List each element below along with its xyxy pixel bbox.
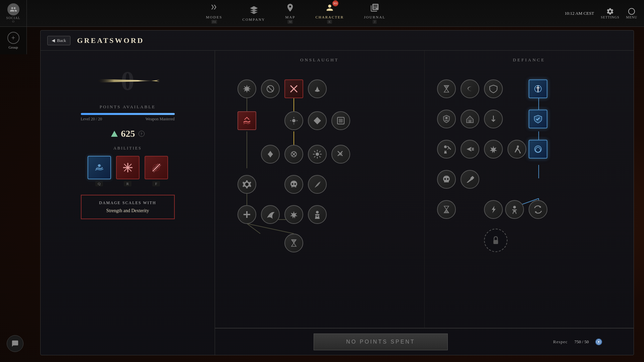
skill-node-o7[interactable] <box>308 111 327 130</box>
nav-item-character[interactable]: 301 CHARACTER K <box>315 3 344 24</box>
damage-scales-box: DAMAGE SCALES WITH Strength and Dexterit… <box>81 195 175 219</box>
back-label: Back <box>57 38 66 43</box>
nav-item-map[interactable]: MAP M <box>285 3 296 24</box>
chat-button[interactable] <box>7 335 23 352</box>
skill-node-d12[interactable] <box>507 140 526 159</box>
skill-node-d2[interactable] <box>461 79 479 98</box>
skill-node-d8[interactable] <box>529 110 547 128</box>
respec-value: 750 / 50 <box>575 339 589 345</box>
skill-node-d5[interactable] <box>437 110 456 128</box>
group-icon: + <box>7 32 19 44</box>
skill-node-d18[interactable] <box>505 200 524 219</box>
skill-tree-area: ONSLAUGHT <box>215 51 634 355</box>
svg-line-18 <box>268 86 273 92</box>
nav-item-company[interactable]: COMPANY <box>243 5 265 21</box>
skill-node-o4[interactable] <box>308 79 327 98</box>
ability-icon-f[interactable] <box>145 156 168 179</box>
back-button[interactable]: ◀ Back <box>47 36 70 45</box>
social-key: O <box>12 20 14 23</box>
topbar-nav: MODES F4 COMPANY MAP M <box>27 0 565 26</box>
progress-bar-fill <box>81 113 175 115</box>
skill-node-o18[interactable] <box>284 205 303 224</box>
skill-node-d6[interactable] <box>461 110 479 128</box>
skill-node-d17[interactable] <box>484 200 503 219</box>
skill-node-o17[interactable] <box>261 205 280 224</box>
social-label: SOCIAL <box>6 16 20 20</box>
ability-slot-r: R <box>116 156 140 186</box>
skill-node-d9[interactable] <box>437 140 456 159</box>
svg-line-14 <box>247 224 260 234</box>
skill-node-o19[interactable] <box>308 205 327 224</box>
weapon-display: 0 <box>94 61 161 101</box>
skill-node-o13[interactable] <box>237 175 256 194</box>
skill-node-d19[interactable] <box>529 200 547 219</box>
skill-node-o15[interactable] <box>308 175 327 194</box>
respec-currency-icon <box>595 339 602 345</box>
nav-item-modes[interactable]: MODES F4 <box>206 3 222 24</box>
skill-node-d14[interactable] <box>437 170 456 189</box>
skill-node-d10[interactable] <box>461 140 479 159</box>
menu-label: MENU <box>626 15 637 19</box>
svg-point-55 <box>444 178 446 180</box>
character-badge: 301 <box>332 0 338 6</box>
skill-node-o16[interactable] <box>237 205 256 224</box>
skill-node-o20[interactable] <box>284 234 303 252</box>
character-icon: 301 <box>325 3 334 14</box>
score-triangle-icon <box>111 131 118 137</box>
svg-point-45 <box>445 117 447 119</box>
ability-key-r: R <box>124 181 131 186</box>
skill-node-d3[interactable] <box>484 79 503 98</box>
skill-node-o8[interactable] <box>331 111 350 130</box>
ability-icon-q[interactable] <box>88 156 111 179</box>
no-points-button[interactable]: NO POINTS SPENT <box>314 334 448 350</box>
onslaught-section: ONSLAUGHT <box>215 51 425 328</box>
svg-point-53 <box>517 145 519 147</box>
onslaught-nodes <box>222 69 418 333</box>
skill-node-d13[interactable] <box>529 140 547 159</box>
svg-point-56 <box>447 178 448 180</box>
skill-node-o2[interactable] <box>261 79 280 98</box>
skill-node-o14[interactable] <box>284 175 303 194</box>
svg-point-31 <box>294 183 296 185</box>
score-help-button[interactable]: ? <box>139 131 145 137</box>
defiance-section: DEFIANCE <box>425 51 634 328</box>
ability-icon-r[interactable] <box>116 156 140 179</box>
skill-node-d4[interactable] <box>529 79 547 98</box>
skill-node-o12[interactable] <box>331 145 350 164</box>
skill-node-d16[interactable] <box>437 200 456 219</box>
ability-key-f: F <box>152 181 160 186</box>
svg-marker-1 <box>151 80 160 82</box>
skill-node-o3[interactable] <box>284 79 303 98</box>
svg-marker-0 <box>96 79 156 82</box>
skill-node-o5[interactable] <box>237 111 256 130</box>
skill-node-d11[interactable] <box>484 140 503 159</box>
company-label: COMPANY <box>243 17 265 21</box>
settings-button[interactable]: SETTINGS <box>601 7 619 19</box>
panel-header: ◀ Back GREATSWORD <box>41 31 634 51</box>
nav-item-journal[interactable]: JOURNAL J <box>364 3 385 24</box>
points-label: POINTS AVAILABLE <box>100 104 156 110</box>
skill-node-o10[interactable] <box>284 145 303 164</box>
svg-rect-25 <box>339 119 343 123</box>
svg-line-49 <box>447 148 449 149</box>
svg-rect-21 <box>315 90 320 92</box>
menu-button[interactable]: MENU <box>626 7 637 19</box>
svg-point-58 <box>513 206 516 208</box>
journal-key: J <box>373 20 377 24</box>
skill-node-o9[interactable] <box>261 145 280 164</box>
group-button[interactable]: + Group <box>0 27 27 54</box>
skill-node-o11[interactable] <box>308 145 327 164</box>
skill-node-d7[interactable] <box>484 110 503 128</box>
no-points-section: NO POINTS SPENT <box>222 334 540 350</box>
modes-label: MODES <box>206 15 222 19</box>
skill-node-o6[interactable] <box>284 111 303 130</box>
score-row: 625 ? <box>111 128 145 139</box>
settings-label: SETTINGS <box>601 15 619 19</box>
skill-node-o1[interactable] <box>237 79 256 98</box>
svg-point-2 <box>98 164 101 167</box>
skill-node-d1[interactable] <box>437 79 456 98</box>
onslaught-connectors <box>222 69 418 333</box>
skill-node-d15[interactable] <box>461 170 479 189</box>
level-info: Level 20 / 20 Weapon Mastered <box>81 117 175 122</box>
damage-scales-value: Strength and Dexterity <box>88 208 167 214</box>
